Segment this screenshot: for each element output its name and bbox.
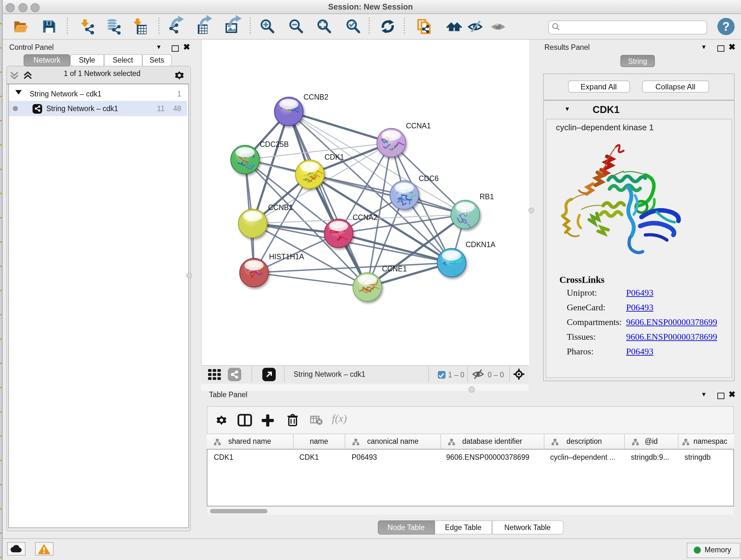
svg-text:CCNA2: CCNA2: [352, 213, 377, 222]
svg-text:CCNE1: CCNE1: [382, 265, 407, 273]
svg-text:CDC25B: CDC25B: [259, 140, 288, 148]
svg-text:CCNA1: CCNA1: [406, 122, 430, 130]
svg-text:CDKN1A: CDKN1A: [465, 240, 495, 249]
svg-text:RB1: RB1: [479, 192, 494, 201]
svg-text:CCNB1: CCNB1: [268, 203, 293, 212]
svg-text:CCNB2: CCNB2: [303, 93, 328, 101]
svg-text:CDK1: CDK1: [324, 153, 344, 161]
svg-text:HIST1H1A: HIST1H1A: [269, 253, 304, 261]
svg-text:CDC6: CDC6: [418, 174, 439, 183]
